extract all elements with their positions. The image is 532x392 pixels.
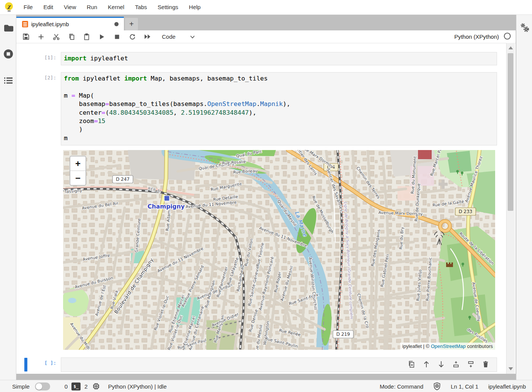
kernel-status-text[interactable]: Python (XPython) | Idle	[108, 383, 167, 390]
openstreetmap-tiles[interactable]: D 247D 4D 233D 219 ChampignyLa MarneRER …	[63, 150, 495, 350]
code-text: import ipyleaflet	[61, 52, 497, 63]
cell-input-prompt: [1]:	[29, 55, 56, 60]
left-sidebar	[0, 14, 16, 380]
svg-text:D 233: D 233	[459, 209, 472, 214]
terminal-count: 0	[65, 383, 68, 390]
train-station-icon	[164, 196, 169, 201]
map-attribution: ipyleaflet | © OpenStreetMap contributor…	[400, 343, 495, 350]
map-zoom-control: + −	[70, 156, 86, 186]
vertical-scrollbar[interactable]	[506, 43, 515, 374]
kernel-status-icon[interactable]	[504, 32, 511, 41]
tab-title: ipyleaflet.ipynb	[31, 21, 114, 27]
code-text: from ipyleaflet import Map, basemaps, ba…	[61, 73, 497, 142]
cell-toolbar	[407, 360, 490, 368]
move-cell-down-icon[interactable]	[437, 360, 445, 368]
trust-shield-icon[interactable]	[433, 382, 441, 390]
restart-kernel-button[interactable]	[127, 32, 137, 42]
code-cell-2-editor[interactable]: from ipyleaflet import Map, basemaps, ba…	[61, 72, 497, 145]
menu-item-settings[interactable]: Settings	[152, 0, 184, 14]
cursor-position[interactable]: Ln 1, Col 1	[451, 383, 478, 390]
simple-mode-toggle[interactable]	[35, 383, 50, 390]
save-button[interactable]	[21, 32, 31, 42]
insert-cell-button[interactable]	[36, 32, 46, 42]
road-badge: D 233	[455, 208, 476, 215]
road-badge: D 219	[333, 330, 353, 338]
insert-cell-above-icon[interactable]	[452, 360, 460, 368]
simple-mode-label: Simple	[12, 383, 30, 390]
cell-type-select[interactable]: Code	[162, 33, 176, 40]
jupyterlab-app: χ FileEditViewRunKernelTabsSettingsHelp	[0, 0, 532, 392]
menu-item-run[interactable]: Run	[81, 0, 103, 14]
cut-cells-button[interactable]	[51, 32, 61, 42]
run-cell-button[interactable]	[97, 32, 107, 42]
menu-item-tabs[interactable]: Tabs	[130, 0, 152, 14]
cell-input-prompt: [2]:	[29, 75, 56, 81]
notebook-file-icon	[22, 21, 28, 27]
zoom-out-button[interactable]: −	[70, 171, 86, 185]
scroll-up-arrow-icon[interactable]	[508, 46, 513, 49]
active-cell-indicator[interactable]	[24, 358, 27, 371]
right-sidebar	[516, 14, 532, 380]
scrollbar-thumb[interactable]	[508, 53, 513, 211]
scroll-down-arrow-icon[interactable]	[508, 367, 513, 370]
duplicate-cell-icon[interactable]	[407, 360, 416, 368]
notebook-tab[interactable]: ipyleaflet.ipynb	[16, 17, 124, 30]
paste-cells-button[interactable]	[82, 32, 92, 42]
table-of-contents-icon[interactable]	[3, 75, 14, 86]
menu-item-kernel[interactable]: Kernel	[103, 0, 130, 14]
menu-item-view[interactable]: View	[59, 0, 81, 14]
menu-item-edit[interactable]: Edit	[38, 0, 59, 14]
running-sessions-icon[interactable]	[3, 49, 14, 59]
stop-kernel-button[interactable]	[112, 32, 122, 42]
terminal-icon[interactable]: $_	[71, 383, 81, 390]
status-bar-left: Simple 0 $_ 2 Python (XPython) | Idle	[12, 383, 167, 390]
zoom-in-button[interactable]: +	[70, 156, 86, 171]
cell-input-prompt: [ ]:	[29, 360, 56, 366]
openstreetmap-link[interactable]: OpenStreetMap	[431, 343, 466, 349]
move-cell-up-icon[interactable]	[422, 360, 431, 368]
menu-item-file[interactable]: File	[18, 0, 38, 14]
delete-cell-icon[interactable]	[481, 360, 490, 368]
status-bar: Simple 0 $_ 2 Python (XPython) | Idle Mo…	[0, 380, 532, 392]
notebook-panel: [1]: import ipyleaflet [2]: from ipyleaf…	[16, 43, 516, 374]
insert-cell-below-icon[interactable]	[467, 360, 475, 368]
svg-text:D 247: D 247	[116, 177, 130, 182]
app-logo-icon[interactable]: χ	[5, 2, 14, 12]
file-browser-icon[interactable]	[3, 23, 14, 33]
castle-icon	[446, 262, 453, 267]
svg-text:D 219: D 219	[336, 332, 350, 337]
panel-bottom-border	[16, 374, 516, 380]
menu-bar: χ FileEditViewRunKernelTabsSettingsHelp	[0, 0, 532, 15]
attribution-prefix: ipyleaflet | ©	[402, 343, 431, 349]
cell-type-chevron-down-icon[interactable]	[190, 33, 195, 40]
menu-items: FileEditViewRunKernelTabsSettingsHelp	[18, 0, 206, 14]
restart-run-all-button[interactable]	[142, 32, 152, 42]
new-tab-button[interactable]: +	[125, 18, 138, 30]
map-output[interactable]: D 247D 4D 233D 219 ChampignyLa MarneRER …	[63, 150, 495, 350]
kernel-chip-icon[interactable]	[92, 383, 100, 390]
code-cell-3-editor[interactable]	[61, 357, 497, 372]
command-mode-indicator[interactable]: Mode: Command	[380, 383, 423, 390]
kernel-name-button[interactable]: Python (XPython)	[454, 33, 499, 40]
map-label: Champigny	[147, 203, 185, 210]
road-badge: D 247	[112, 175, 133, 183]
menu-item-help[interactable]: Help	[184, 0, 206, 14]
attribution-suffix: contributors	[466, 343, 493, 349]
status-file-name: ipyleaflet.ipynb	[488, 383, 526, 390]
property-inspector-gears-icon[interactable]	[519, 22, 530, 33]
status-bar-right: Mode: Command Ln 1, Col 1 ipyleaflet.ipy…	[380, 382, 526, 390]
copy-cells-button[interactable]	[66, 32, 76, 42]
code-cell-1-editor[interactable]: import ipyleaflet	[61, 52, 497, 65]
kernel-count: 2	[84, 383, 87, 390]
notebook-toolbar: Code Python (XPython)	[16, 30, 516, 43]
unsaved-changes-dot-icon[interactable]	[114, 22, 119, 26]
